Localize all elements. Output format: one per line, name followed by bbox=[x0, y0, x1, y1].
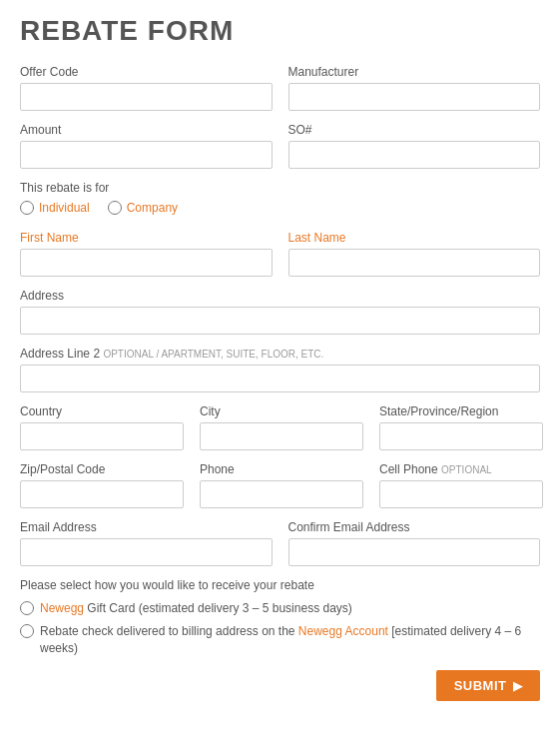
company-option[interactable]: Company bbox=[108, 201, 178, 215]
page-title: REBATE FORM bbox=[20, 15, 540, 47]
check-option[interactable]: Rebate check delivered to billing addres… bbox=[20, 623, 540, 657]
offer-code-group: Offer Code bbox=[20, 65, 273, 111]
phone-label: Phone bbox=[200, 462, 363, 476]
address-group: Address bbox=[20, 289, 540, 335]
submit-label: SUBMIT bbox=[454, 678, 507, 693]
address-label: Address bbox=[20, 289, 540, 303]
receive-rebate-label: Please select how you would like to rece… bbox=[20, 578, 540, 592]
receive-rebate-section: Please select how you would like to rece… bbox=[20, 578, 540, 656]
offer-manufacturer-row: Offer Code Manufacturer bbox=[20, 65, 540, 111]
cell-phone-group: Cell Phone OPTIONAL bbox=[379, 462, 543, 508]
zip-group: Zip/Postal Code bbox=[20, 462, 184, 508]
country-label: Country bbox=[20, 404, 184, 418]
address-row: Address bbox=[20, 289, 540, 335]
submit-button[interactable]: SUBMIT ▶ bbox=[436, 670, 540, 701]
offer-code-input[interactable] bbox=[20, 83, 273, 111]
check-newegg: Newegg Account bbox=[298, 624, 388, 638]
email-label: Email Address bbox=[20, 520, 273, 534]
city-input[interactable] bbox=[200, 422, 363, 450]
manufacturer-input[interactable] bbox=[288, 83, 541, 111]
submit-row: SUBMIT ▶ bbox=[20, 670, 540, 701]
amount-label: Amount bbox=[20, 123, 273, 137]
so-input[interactable] bbox=[288, 141, 541, 169]
first-name-label: First Name bbox=[20, 231, 273, 245]
address2-group: Address Line 2 OPTIONAL / Apartment, sui… bbox=[20, 347, 540, 392]
address2-row: Address Line 2 OPTIONAL / Apartment, sui… bbox=[20, 347, 540, 392]
name-row: First Name Last Name bbox=[20, 231, 540, 277]
last-name-label: Last Name bbox=[288, 231, 541, 245]
email-row: Email Address Confirm Email Address bbox=[20, 520, 540, 566]
address2-label: Address Line 2 OPTIONAL / Apartment, sui… bbox=[20, 347, 540, 361]
amount-input[interactable] bbox=[20, 141, 273, 169]
individual-label: Individual bbox=[39, 201, 90, 215]
phone-input[interactable] bbox=[200, 480, 363, 508]
last-name-input[interactable] bbox=[288, 249, 541, 277]
address-input[interactable] bbox=[20, 307, 540, 335]
city-label: City bbox=[200, 404, 363, 418]
confirm-email-group: Confirm Email Address bbox=[288, 520, 541, 566]
amount-group: Amount bbox=[20, 123, 273, 169]
email-group: Email Address bbox=[20, 520, 273, 566]
country-group: Country bbox=[20, 404, 184, 450]
phone-group: Phone bbox=[200, 462, 363, 508]
company-label: Company bbox=[127, 201, 178, 215]
zip-label: Zip/Postal Code bbox=[20, 462, 184, 476]
so-group: SO# bbox=[288, 123, 541, 169]
company-radio[interactable] bbox=[108, 201, 122, 215]
individual-radio[interactable] bbox=[20, 201, 34, 215]
gift-card-option[interactable]: Newegg Gift Card (estimated delivery 3 –… bbox=[20, 600, 540, 617]
gift-card-rest: Gift Card (estimated delivery 3 – 5 busi… bbox=[84, 601, 352, 615]
address2-input[interactable] bbox=[20, 365, 540, 392]
confirm-email-label: Confirm Email Address bbox=[288, 520, 541, 534]
zip-phone-row: Zip/Postal Code Phone Cell Phone OPTIONA… bbox=[20, 462, 540, 508]
cell-phone-label: Cell Phone OPTIONAL bbox=[379, 462, 543, 476]
city-group: City bbox=[200, 404, 363, 450]
check-radio[interactable] bbox=[20, 624, 34, 638]
check-text: Rebate check delivered to billing addres… bbox=[40, 623, 540, 657]
first-name-group: First Name bbox=[20, 231, 273, 277]
confirm-email-input[interactable] bbox=[288, 538, 541, 566]
country-input[interactable] bbox=[20, 422, 184, 450]
manufacturer-label: Manufacturer bbox=[288, 65, 541, 79]
first-name-input[interactable] bbox=[20, 249, 273, 277]
last-name-group: Last Name bbox=[288, 231, 541, 277]
individual-option[interactable]: Individual bbox=[20, 201, 90, 215]
so-label: SO# bbox=[288, 123, 541, 137]
check-prefix: Rebate check delivered to billing addres… bbox=[40, 624, 298, 638]
rebate-for-label: This rebate is for bbox=[20, 181, 540, 195]
cell-phone-optional: OPTIONAL bbox=[441, 464, 492, 475]
manufacturer-group: Manufacturer bbox=[288, 65, 541, 111]
email-input[interactable] bbox=[20, 538, 273, 566]
offer-code-label: Offer Code bbox=[20, 65, 273, 79]
rebate-for-section: This rebate is for Individual Company bbox=[20, 181, 540, 219]
cell-phone-input[interactable] bbox=[379, 480, 543, 508]
submit-arrow-icon: ▶ bbox=[513, 679, 523, 693]
state-label: State/Province/Region bbox=[379, 404, 543, 418]
gift-card-text: Newegg Gift Card (estimated delivery 3 –… bbox=[40, 600, 352, 617]
state-input[interactable] bbox=[379, 422, 543, 450]
gift-card-newegg: Newegg bbox=[40, 601, 84, 615]
state-group: State/Province/Region bbox=[379, 404, 543, 450]
amount-so-row: Amount SO# bbox=[20, 123, 540, 169]
gift-card-radio[interactable] bbox=[20, 601, 34, 615]
rebate-type-radio-group: Individual Company bbox=[20, 201, 540, 219]
country-city-state-row: Country City State/Province/Region bbox=[20, 404, 540, 450]
address2-optional: OPTIONAL / Apartment, suite, floor, etc. bbox=[103, 349, 323, 360]
zip-input[interactable] bbox=[20, 480, 184, 508]
